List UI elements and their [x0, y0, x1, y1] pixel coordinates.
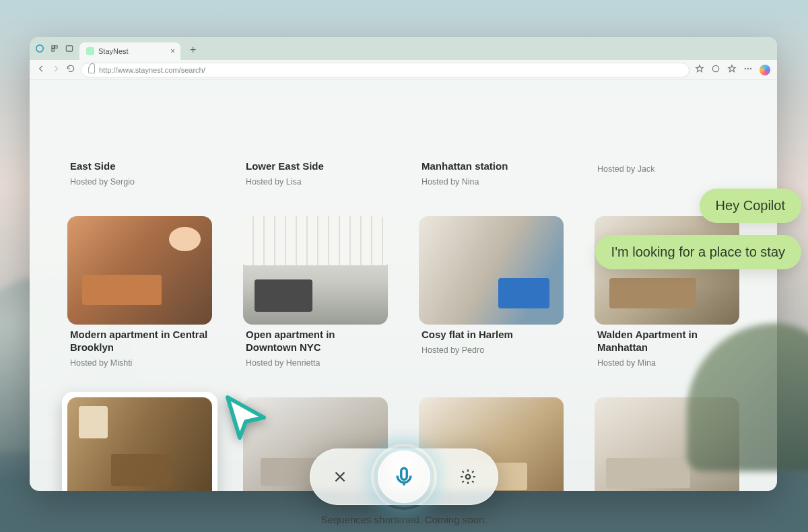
- listing-card[interactable]: Lower East SideHosted by Lisa: [238, 80, 393, 195]
- copilot-bubble: Hey Copilot: [700, 189, 801, 223]
- listing-host: Hosted by Jack: [595, 164, 739, 174]
- nav-back-icon[interactable]: [36, 64, 46, 76]
- listing-host: Hosted by Nina: [419, 177, 564, 187]
- svg-point-8: [750, 68, 751, 69]
- svg-point-5: [712, 65, 718, 71]
- svg-rect-3: [52, 49, 55, 52]
- listing-grid: East SideHosted by SergioLower East Side…: [30, 80, 777, 491]
- tab-strip: StayNest × +: [30, 37, 777, 60]
- listing-host: Hosted by Lisa: [243, 177, 388, 187]
- mic-button[interactable]: [378, 451, 430, 503]
- svg-rect-4: [66, 46, 72, 51]
- svg-rect-2: [55, 46, 58, 48]
- listing-card[interactable]: Open plan warehouse conversion in Brookl…: [589, 392, 745, 491]
- promo-caption: Sequences shortened. Coming soon.: [321, 514, 487, 525]
- svg-point-0: [36, 45, 44, 53]
- listing-thumbnail: [595, 397, 739, 491]
- listing-title: East Side: [67, 160, 212, 173]
- lock-icon: [88, 67, 95, 73]
- listing-thumbnail: [419, 216, 564, 325]
- browser-tab[interactable]: StayNest ×: [79, 42, 180, 60]
- favorite-icon[interactable]: [695, 64, 704, 76]
- listing-title: Cosy flat in Harlem: [419, 329, 564, 341]
- close-voice-button[interactable]: [329, 465, 351, 488]
- listing-host: Hosted by Mina: [595, 358, 739, 368]
- extensions-icon[interactable]: [711, 64, 720, 76]
- edge-icon: [35, 44, 44, 56]
- address-bar: http://www.staynest.com/search/: [30, 60, 777, 80]
- listing-card[interactable]: Cosy flat in HarlemHosted by Pedro: [413, 211, 569, 376]
- url-text: http://www.staynest.com/search/: [99, 66, 205, 74]
- voice-control-pill: [310, 448, 498, 505]
- collections-icon[interactable]: [727, 64, 737, 76]
- voice-settings-button[interactable]: [457, 465, 479, 488]
- refresh-icon[interactable]: [66, 64, 75, 76]
- listing-card[interactable]: East SideHosted by Sergio: [62, 80, 217, 195]
- svg-point-10: [466, 475, 471, 479]
- svg-point-6: [745, 68, 746, 69]
- nav-forward-icon: [51, 64, 61, 76]
- listing-host: Hosted by Sergio: [67, 177, 212, 187]
- new-tab-button[interactable]: +: [186, 44, 200, 60]
- svg-point-7: [747, 68, 749, 69]
- tab-actions-icon[interactable]: [65, 44, 74, 56]
- workspace-icon[interactable]: [50, 44, 59, 56]
- listing-host: Hosted by Pedro: [419, 345, 564, 355]
- listing-host: Hosted by Henrietta: [243, 358, 388, 368]
- listing-card[interactable]: Bohemian Loft in Downtown NYHosted by Ne…: [62, 392, 217, 491]
- copilot-bubble: I'm looking for a place to stay: [595, 235, 801, 269]
- page-content: East SideHosted by SergioLower East Side…: [30, 80, 777, 491]
- listing-thumbnail: [67, 397, 212, 491]
- listing-title: Lower East Side: [243, 160, 388, 173]
- tab-title: StayNest: [98, 47, 129, 55]
- listing-title: Open apartment in Downtown NYC: [243, 329, 388, 354]
- copilot-icon[interactable]: [760, 65, 770, 75]
- more-icon[interactable]: [743, 64, 753, 76]
- listing-card[interactable]: Open apartment in Downtown NYCHosted by …: [238, 211, 393, 376]
- listing-title: Walden Apartment in Manhattan: [595, 329, 739, 354]
- listing-card[interactable]: Manhattan stationHosted by Nina: [413, 80, 569, 195]
- copilot-bubbles: Hey Copilot I'm looking for a place to s…: [595, 189, 801, 269]
- listing-thumbnail: [67, 216, 212, 325]
- listing-card[interactable]: Hosted by Jack: [589, 80, 745, 195]
- favicon: [86, 47, 94, 55]
- listing-thumbnail: [243, 216, 388, 325]
- close-tab-icon[interactable]: ×: [170, 46, 175, 56]
- svg-rect-9: [401, 468, 407, 479]
- url-input[interactable]: http://www.staynest.com/search/: [81, 63, 689, 77]
- listing-host: Hosted by Mishti: [67, 358, 212, 368]
- svg-rect-1: [52, 46, 55, 48]
- listing-title: Modern apartment in Central Brooklyn: [67, 329, 212, 354]
- listing-card[interactable]: Modern apartment in Central BrooklynHost…: [62, 211, 217, 376]
- listing-title: Manhattan station: [419, 160, 564, 173]
